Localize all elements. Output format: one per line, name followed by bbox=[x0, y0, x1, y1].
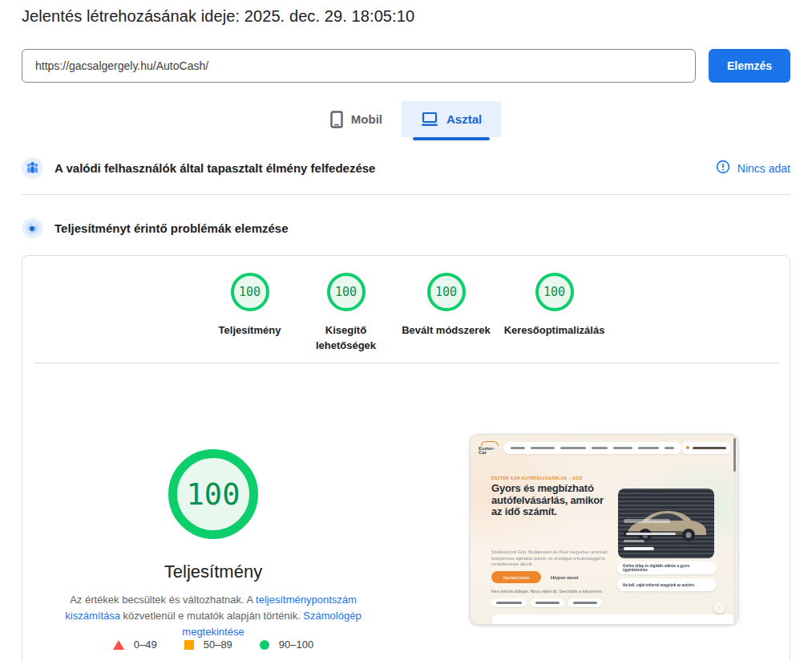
score-seo[interactable]: 100 Keresőoptimalizálás bbox=[499, 273, 611, 353]
site-hero-heading: Gyors és megbízható autófelvásárlás, ami… bbox=[491, 483, 616, 518]
url-bar: Elemzés bbox=[22, 49, 790, 83]
orange-square-icon bbox=[184, 640, 194, 650]
legend-range: 0–49 bbox=[134, 639, 157, 651]
site-scrollbar bbox=[733, 438, 736, 622]
site-nav-pill bbox=[503, 442, 681, 454]
pagespeed-report-page: Jelentés létrehozásának ideje: 2025. dec… bbox=[0, 0, 812, 661]
site-primary-button: Ajánlatot kérek bbox=[491, 571, 541, 583]
performance-disclaimer: Az értékek becsültek és változhatnak. A … bbox=[53, 592, 374, 640]
info-icon bbox=[716, 160, 730, 176]
legend-range: 50–89 bbox=[204, 639, 232, 651]
red-triangle-icon bbox=[113, 640, 124, 650]
disclaimer-text: közvetlenül e mutatók alapján történik. bbox=[120, 610, 303, 622]
car-overlay-phone bbox=[624, 547, 654, 550]
field-data-section-header: A valódi felhasználók által tapasztalt é… bbox=[22, 157, 790, 179]
score-legend: 0–49 50–89 90–100 bbox=[38, 639, 388, 651]
legend-average: 50–89 bbox=[184, 639, 232, 651]
site-info-card: Online űrlap és digitális aláírás a gyor… bbox=[617, 562, 717, 574]
users-icon bbox=[22, 157, 43, 179]
score-circle: 100 bbox=[535, 273, 574, 311]
nav-item-placeholder bbox=[665, 447, 674, 449]
car-overlay-line bbox=[624, 540, 644, 542]
car-illustration bbox=[621, 503, 711, 545]
score-label: Bevált módszerek bbox=[394, 322, 499, 338]
site-call-link: Hívjon most bbox=[551, 575, 578, 580]
final-screenshot-thumbnail[interactable]: Eszter-Car ESZTER CAR AUTÓFELVÁSÁRLÁS – … bbox=[470, 434, 738, 625]
site-logo: Eszter-Car bbox=[479, 441, 499, 455]
diagnose-title: Teljesítményt érintő problémák elemzése bbox=[55, 221, 289, 235]
disclaimer-text: Az értékek becsültek és változhatnak. A bbox=[70, 594, 256, 606]
site-logo-text: Eszter-Car bbox=[479, 446, 495, 455]
score-best-practices[interactable]: 100 Bevált módszerek bbox=[394, 273, 499, 353]
site-chip-placeholder bbox=[531, 598, 564, 607]
site-scroll-fab: › bbox=[713, 602, 725, 614]
no-data-link[interactable]: Nincs adat bbox=[716, 160, 790, 176]
site-phone-pill bbox=[681, 442, 731, 454]
legend-range: 90–100 bbox=[279, 639, 313, 651]
site-chips bbox=[491, 598, 602, 607]
report-card: 100 Teljesítmény 100 Kisegítő lehetősége… bbox=[22, 255, 790, 661]
nav-item-placeholder bbox=[511, 447, 525, 449]
diagnose-section-header: Teljesítményt érintő problémák elemzése bbox=[22, 217, 790, 239]
site-next-section bbox=[492, 614, 734, 625]
scrollbar-thumb bbox=[733, 438, 736, 472]
legend-fail: 0–49 bbox=[113, 639, 157, 651]
score-circle: 100 bbox=[427, 273, 466, 311]
url-input[interactable] bbox=[22, 49, 696, 83]
device-tabs: Mobil Asztal bbox=[0, 101, 812, 137]
report-created-title: Jelentés létrehozásának ideje: 2025. dec… bbox=[22, 7, 414, 26]
nav-item-placeholder bbox=[592, 447, 608, 449]
car-overlay-strip bbox=[624, 531, 683, 537]
site-info-card: Ha kell, saját trélerrel megyünk az autó… bbox=[617, 578, 717, 591]
phone-icon bbox=[686, 446, 689, 449]
nav-item-placeholder bbox=[531, 447, 555, 449]
preview-site-header: Eszter-Car bbox=[479, 440, 726, 456]
phone-number-placeholder bbox=[693, 447, 726, 449]
site-hero-paragraph: Székhelyünk Göd. Budapesten és Pest megy… bbox=[491, 549, 610, 568]
green-circle-icon bbox=[260, 640, 269, 650]
site-note-line: Nem kérünk előleget. Nincs rejtett díj. … bbox=[491, 589, 620, 594]
tab-desktop-label: Asztal bbox=[446, 112, 482, 126]
car-overlay-badge bbox=[624, 519, 670, 523]
site-eyebrow: ESZTER CAR AUTÓFELVÁSÁRLÁS – GÖD bbox=[491, 476, 620, 481]
site-chip-placeholder bbox=[568, 598, 602, 607]
no-data-label: Nincs adat bbox=[737, 162, 790, 175]
performance-title: Teljesítmény bbox=[38, 562, 388, 582]
site-cta-row: Ajánlatot kérek Hívjon most bbox=[491, 571, 578, 583]
desktop-computer-icon bbox=[421, 112, 438, 128]
field-data-title: A valódi felhasználók által tapasztalt é… bbox=[55, 161, 375, 175]
score-label: Keresőoptimalizálás bbox=[499, 322, 611, 338]
site-chip-placeholder bbox=[491, 598, 527, 607]
nav-item-placeholder bbox=[613, 447, 632, 449]
site-car-photo bbox=[618, 489, 714, 558]
performance-summary: 100 Teljesítmény Az értékek becsültek és… bbox=[38, 256, 388, 661]
performance-score-circle[interactable]: 100 bbox=[168, 449, 258, 539]
mobile-phone-icon bbox=[330, 111, 343, 128]
analyze-button[interactable]: Elemzés bbox=[709, 49, 790, 83]
tab-mobile-label: Mobil bbox=[351, 112, 382, 126]
nav-item-placeholder bbox=[560, 447, 586, 449]
section-divider bbox=[22, 194, 790, 195]
tab-mobile[interactable]: Mobil bbox=[311, 101, 402, 137]
tab-desktop[interactable]: Asztal bbox=[402, 101, 501, 137]
gauge-icon bbox=[22, 217, 43, 239]
nav-item-placeholder bbox=[638, 447, 659, 449]
legend-pass: 90–100 bbox=[260, 639, 313, 651]
